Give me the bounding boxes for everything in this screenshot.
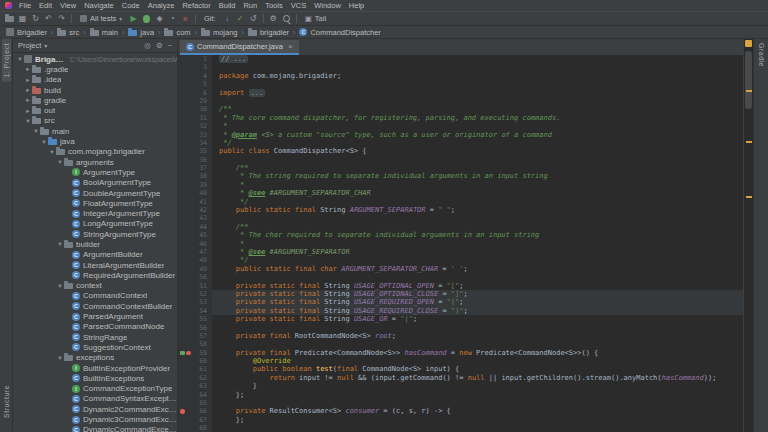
warning-stripe-mark[interactable] — [746, 196, 752, 198]
settings-icon[interactable]: ⚙ — [267, 13, 280, 25]
code-line[interactable]: 57 private final RootCommandNode<S> root… — [178, 332, 743, 340]
code-line[interactable]: 66 private ResultConsumer<S> consumer = … — [178, 407, 743, 415]
line-number[interactable]: 30 — [178, 105, 212, 113]
line-number[interactable]: 29 — [178, 97, 212, 105]
breadcrumb-item-commanddispatcher[interactable]: CCommandDispatcher — [299, 28, 380, 37]
line-number[interactable]: 62 — [178, 374, 212, 382]
menu-file[interactable]: File — [15, 0, 35, 11]
code-line[interactable]: 34 */ — [178, 139, 743, 147]
tree-item-parsedcommandnode[interactable]: CParsedCommandNode — [13, 322, 177, 332]
tree-item-dynamic3commandexceptiontype[interactable]: CDynamic3CommandExceptionType — [13, 414, 177, 424]
tab-commanddispatcher-java[interactable]: C CommandDispatcher.java × — [180, 40, 299, 55]
line-number[interactable]: 51 — [178, 282, 212, 290]
coverage-button[interactable]: ◈ — [153, 13, 166, 25]
code-line[interactable]: 6import ... — [178, 89, 743, 97]
tree-item-java[interactable]: ▾java — [13, 136, 177, 146]
line-number[interactable]: 6 — [178, 89, 212, 97]
inspection-status-icon[interactable] — [745, 40, 752, 47]
tree-item-exceptions[interactable]: ▾exceptions — [13, 353, 177, 363]
tree-item-longargumenttype[interactable]: CLongArgumentType — [13, 219, 177, 229]
project-panel-title[interactable]: Project — [18, 41, 41, 50]
gutter-marker-icon[interactable] — [180, 351, 185, 356]
tree-item-com-mojang-brigadier[interactable]: ▾com.mojang.brigadier — [13, 147, 177, 157]
tree-toggle-icon[interactable]: ▸ — [24, 86, 32, 94]
run-config-select[interactable]: All tests▾ — [75, 13, 127, 25]
tree-item-requiredargumentbuilder[interactable]: CRequiredArgumentBuilder — [13, 270, 177, 280]
line-number[interactable]: 1 — [178, 55, 212, 63]
tool-button-gradle[interactable]: Gradle — [757, 39, 766, 71]
warning-stripe-mark[interactable] — [746, 90, 752, 92]
menu-view[interactable]: View — [56, 0, 80, 11]
code-line[interactable]: 40 * @see #ARGUMENT_SEPARATOR_CHAR — [178, 189, 743, 197]
menu-analyze[interactable]: Analyze — [144, 0, 179, 11]
breadcrumb-item-mojang[interactable]: mojang — [201, 28, 238, 37]
tree-toggle-icon[interactable]: ▾ — [56, 158, 64, 166]
tree-item-brigadier[interactable]: ▾BrigadierC:\Users\Dinnerbone\workspace\… — [13, 54, 177, 64]
line-number[interactable]: 40 — [178, 189, 212, 197]
menu-tools[interactable]: Tools — [261, 0, 287, 11]
tree-item-commandexceptiontype[interactable]: ICommandExceptionType — [13, 384, 177, 394]
menu-refactor[interactable]: Refactor — [178, 0, 214, 11]
tree-toggle-icon[interactable]: ▸ — [24, 65, 32, 73]
line-number[interactable]: 44 — [178, 223, 212, 231]
code-line[interactable]: 44 /** — [178, 223, 743, 231]
line-number[interactable]: 66 — [178, 407, 212, 415]
breadcrumb-item-com[interactable]: com — [164, 28, 190, 37]
code-line[interactable]: 64 }; — [178, 391, 743, 399]
line-number[interactable]: 39 — [178, 181, 212, 189]
redo-icon[interactable]: ↷ — [55, 13, 68, 25]
code-line[interactable]: 36 — [178, 156, 743, 164]
line-number[interactable]: 38 — [178, 172, 212, 180]
code-line[interactable]: 5 — [178, 80, 743, 88]
code-line[interactable]: 46 * — [178, 240, 743, 248]
code-line[interactable]: 62 return input != null && (input.getCom… — [178, 374, 743, 382]
line-number[interactable]: 47 — [178, 248, 212, 256]
tree-item-builder[interactable]: ▾builder — [13, 239, 177, 249]
tool-button-structure[interactable]: Structure — [2, 381, 11, 422]
line-number[interactable]: 59 — [178, 349, 212, 357]
tree-item-floatargumenttype[interactable]: CFloatArgumentType — [13, 198, 177, 208]
menu-navigate[interactable]: Navigate — [80, 0, 118, 11]
code-line[interactable]: 1// ... — [178, 55, 743, 63]
code-line[interactable]: 52 private static final String USAGE_OPT… — [178, 290, 743, 298]
line-number[interactable]: 32 — [178, 122, 212, 130]
breadcrumb-item-src[interactable]: src — [57, 28, 79, 37]
tree-item-argumenttype[interactable]: IArgumentType — [13, 167, 177, 177]
tree-item-stringargumenttype[interactable]: CStringArgumentType — [13, 229, 177, 239]
scrollbar-thumb[interactable] — [745, 51, 752, 109]
line-number[interactable]: 68 — [178, 424, 212, 432]
code-line[interactable]: 30/** — [178, 105, 743, 113]
code-line[interactable]: 35public class CommandDispatcher<S> { — [178, 147, 743, 155]
line-number[interactable]: 65 — [178, 399, 212, 407]
code-line[interactable]: 43 — [178, 214, 743, 222]
locate-icon[interactable]: ◎ — [144, 41, 151, 50]
line-number[interactable]: 63 — [178, 382, 212, 390]
code-line[interactable]: 32 * — [178, 122, 743, 130]
line-number[interactable]: 42 — [178, 206, 212, 214]
tree-toggle-icon[interactable]: ▾ — [24, 117, 32, 125]
code-line[interactable]: 51 private static final String USAGE_OPT… — [178, 282, 743, 290]
code-line[interactable]: 48 */ — [178, 256, 743, 264]
warning-stripe-mark[interactable] — [746, 141, 752, 143]
tree-item-commandsyntaxexception[interactable]: CCommandSyntaxException — [13, 394, 177, 404]
tree-toggle-icon[interactable]: ▸ — [24, 96, 32, 104]
tree-toggle-icon[interactable]: ▾ — [56, 240, 64, 248]
code-line[interactable]: 55 private static final String USAGE_OR … — [178, 315, 743, 323]
tree-item-builtinexceptionprovider[interactable]: IBuiltInExceptionProvider — [13, 363, 177, 373]
run-button[interactable]: ▶ — [127, 13, 140, 25]
line-number[interactable]: 36 — [178, 156, 212, 164]
open-icon[interactable] — [3, 13, 16, 25]
code-line[interactable]: 33 * @param <S> a custom "source" type, … — [178, 131, 743, 139]
synchronize-icon[interactable]: ↻ — [29, 13, 42, 25]
breakpoint-icon[interactable] — [186, 351, 191, 356]
tree-item-gradle[interactable]: ▸gradle — [13, 95, 177, 105]
line-number[interactable]: 49 — [178, 265, 212, 273]
menu-code[interactable]: Code — [118, 0, 144, 11]
code-line[interactable]: 31 * The core command dispatcher, for re… — [178, 114, 743, 122]
code-line[interactable]: 42 public static final String ARGUMENT_S… — [178, 206, 743, 214]
tree-item-dynamiccommandexceptiontype[interactable]: CDynamicCommandExceptionType — [13, 425, 177, 432]
line-number[interactable]: 41 — [178, 198, 212, 206]
line-number[interactable]: 37 — [178, 164, 212, 172]
line-number[interactable]: 58 — [178, 340, 212, 348]
line-number[interactable]: 55 — [178, 315, 212, 323]
